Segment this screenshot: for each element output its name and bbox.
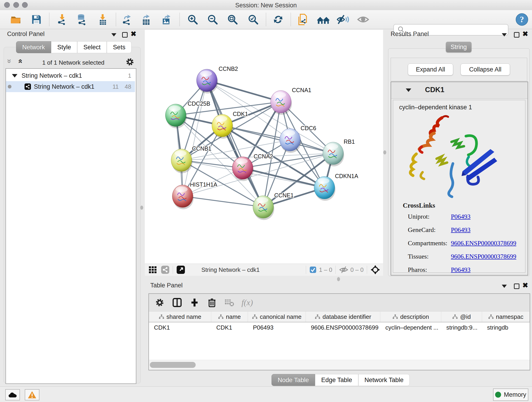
network-collection-row[interactable]: String Network – cdk1 1	[6, 70, 135, 81]
node-RB1[interactable]	[323, 142, 344, 166]
zoom-selected-icon[interactable]	[247, 14, 259, 25]
delete-column-trash-icon[interactable]	[207, 297, 217, 308]
export-network-icon[interactable]	[121, 14, 133, 25]
column-header-database-identifier[interactable]: database identifier	[306, 312, 380, 322]
node-CDKN1A[interactable]	[314, 177, 336, 201]
table-panel-close-icon[interactable]: ✖	[522, 283, 528, 288]
edge-HIST1H1A-CCNE1[interactable]	[183, 196, 263, 207]
hide-selected-eye-slash-icon[interactable]	[337, 14, 348, 25]
table-cell[interactable]: 9606.ENSP00000378699	[306, 324, 380, 331]
control-panel-close-icon[interactable]: ✖	[131, 31, 136, 37]
results-panel-close-icon[interactable]: ✖	[522, 31, 528, 37]
column-header--id[interactable]: @id	[441, 312, 482, 322]
column-header-shared-name[interactable]: shared name	[149, 312, 211, 322]
scrollbar-thumb[interactable]	[150, 362, 196, 368]
tab-edge-table[interactable]: Edge Table	[315, 374, 358, 386]
import-table-file-icon[interactable]	[97, 14, 108, 25]
table-horizontal-scrollbar[interactable]	[149, 360, 530, 370]
import-network-database-icon[interactable]	[76, 14, 87, 25]
import-network-file-icon[interactable]	[56, 14, 68, 25]
zoom-out-icon[interactable]	[207, 14, 218, 25]
table-cell[interactable]: stringdb	[482, 324, 530, 331]
results-panel-menu-icon[interactable]	[502, 33, 507, 36]
tab-sets[interactable]: Sets	[107, 41, 132, 53]
zoom-fit-icon[interactable]	[227, 14, 238, 25]
node-CCNE1[interactable]	[253, 196, 274, 220]
table-panel-menu-icon[interactable]	[502, 285, 507, 288]
share-view-icon[interactable]	[161, 265, 170, 274]
right-splitter-handle[interactable]	[383, 150, 386, 154]
left-splitter-handle[interactable]	[140, 206, 143, 210]
warnings-button[interactable]	[25, 389, 39, 400]
node-CDC6[interactable]	[280, 128, 301, 153]
hidden-eye-slash-icon[interactable]	[339, 266, 348, 274]
expand-all-tree-icon[interactable]: »	[17, 58, 22, 65]
export-table-icon[interactable]	[140, 14, 152, 25]
crosslink-link[interactable]: 9606.ENSP00000378699	[451, 253, 516, 260]
grid-view-icon[interactable]	[148, 265, 157, 274]
tab-style[interactable]: Style	[51, 41, 77, 53]
selected-nodes-checkbox[interactable]	[309, 266, 317, 274]
crosslink-link[interactable]: P06493	[451, 213, 471, 220]
collection-expand-icon[interactable]	[12, 74, 17, 77]
node-CDC25B[interactable]	[165, 104, 187, 128]
memory-button[interactable]: Memory	[493, 389, 528, 401]
tab-network-table[interactable]: Network Table	[358, 374, 410, 386]
tab-network[interactable]: Network	[16, 41, 51, 53]
network-row[interactable]: String Network – cdk1 11 48	[6, 81, 135, 92]
table-cell[interactable]: cyclin–dependent ...	[380, 324, 441, 331]
add-column-icon[interactable]	[189, 297, 200, 308]
node-HIST1H1A[interactable]	[172, 185, 194, 209]
cdk1-section-header[interactable]: CDK1	[391, 82, 528, 99]
crosslink-link[interactable]: P06493	[451, 266, 471, 274]
tab-node-table[interactable]: Node Table	[272, 374, 315, 386]
crosslink-link[interactable]: 9606.ENSP00000378699	[451, 240, 516, 247]
fx-function-icon[interactable]: f(x)	[241, 298, 253, 307]
column-header-namespac[interactable]: namespac	[482, 312, 530, 322]
cloud-status-button[interactable]	[5, 389, 20, 400]
birds-eye-navigator-icon[interactable]	[370, 265, 380, 275]
node-CCNA2[interactable]	[232, 157, 254, 181]
export-image-icon[interactable]	[161, 14, 172, 25]
new-network-from-selection-icon[interactable]	[298, 14, 309, 25]
show-columns-icon[interactable]	[172, 297, 182, 308]
open-session-icon[interactable]	[10, 14, 22, 25]
network-options-gear-icon[interactable]	[125, 57, 135, 67]
edge-CCNB2-CCNE1[interactable]	[207, 80, 263, 207]
edge-CCNB2-CCNA1[interactable]	[207, 80, 281, 102]
control-panel-float-icon[interactable]	[122, 32, 128, 38]
crosslink-link[interactable]: P06493	[451, 226, 471, 234]
network-canvas[interactable]: CCNB2CCNA1CDC25BCDK1CDC6RB1CCNB1CCNA2CDK…	[145, 30, 383, 264]
tab-string[interactable]: String	[446, 42, 472, 52]
collapse-all-button[interactable]: Collapse All	[461, 64, 510, 75]
results-panel-float-icon[interactable]	[514, 32, 519, 38]
section-collapse-icon[interactable]	[406, 89, 411, 92]
collapse-all-tree-icon[interactable]: »	[8, 58, 12, 65]
refresh-view-icon[interactable]	[272, 14, 284, 25]
node-CDK1[interactable]	[212, 114, 233, 139]
table-row[interactable]: CDK1CDK1P064939606.ENSP00000378699cyclin…	[149, 322, 530, 333]
table-options-gear-icon[interactable]	[154, 297, 165, 308]
open-in-new-window-icon[interactable]	[176, 265, 185, 274]
node-CCNA1[interactable]	[271, 90, 292, 115]
node-CCNB2[interactable]	[196, 69, 218, 94]
edge-CCNB2-HIST1H1A[interactable]	[183, 80, 207, 196]
control-panel-menu-icon[interactable]	[111, 33, 116, 36]
tab-select[interactable]: Select	[77, 41, 107, 53]
zoom-in-icon[interactable]	[187, 14, 198, 25]
column-header-description[interactable]: description	[380, 312, 441, 322]
column-header-name[interactable]: name	[211, 312, 248, 322]
horizontal-splitter-handle[interactable]	[337, 277, 340, 281]
table-cell[interactable]: CDK1	[149, 324, 211, 331]
show-all-eye-icon[interactable]	[357, 14, 368, 25]
table-cell[interactable]: stringdb:9...	[441, 324, 482, 331]
node-CCNB1[interactable]	[171, 149, 192, 173]
column-header-canonical-name[interactable]: canonical name	[248, 312, 306, 322]
houses-icon[interactable]	[317, 14, 329, 25]
table-panel-float-icon[interactable]	[514, 283, 519, 289]
expand-all-button[interactable]: Expand All	[408, 64, 453, 75]
table-cell[interactable]: CDK1	[211, 324, 248, 331]
help-icon[interactable]: ?	[515, 13, 528, 26]
save-session-icon[interactable]	[31, 14, 42, 25]
table-cell[interactable]: P06493	[248, 324, 306, 331]
